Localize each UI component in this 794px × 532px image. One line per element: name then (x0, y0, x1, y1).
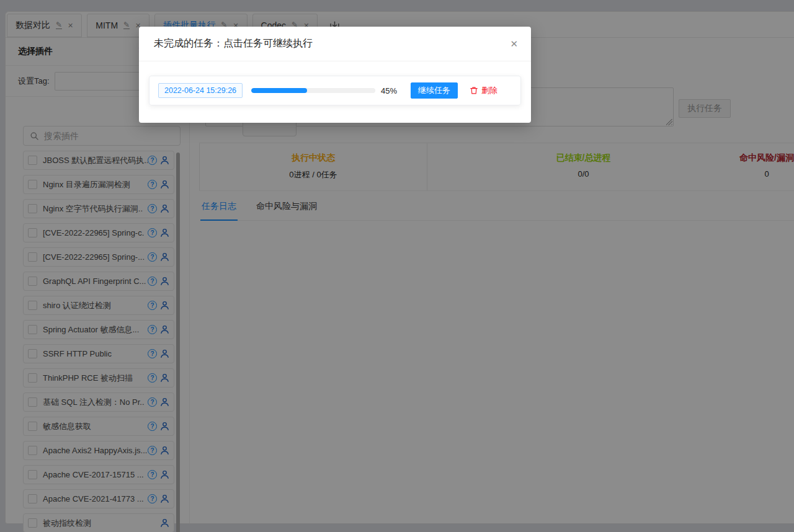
task-progress-bar (251, 88, 375, 93)
modal-close-icon[interactable]: ✕ (510, 39, 518, 48)
unfinished-task-row[interactable]: 2022-06-24 15:29:26 45% 继续任务 删除 (149, 76, 521, 105)
modal-body: 2022-06-24 15:29:26 45% 继续任务 删除 (139, 61, 531, 123)
modal-header: 未完成的任务：点击任务可继续执行 ✕ (139, 27, 531, 61)
task-progress-label: 45% (381, 86, 402, 95)
delete-task-button[interactable]: 删除 (470, 85, 497, 96)
page: { "glyphs": { "edit": "✎", "close": "✕",… (0, 0, 794, 532)
delete-task-label: 删除 (481, 85, 497, 96)
task-timestamp-tag[interactable]: 2022-06-24 15:29:26 (158, 83, 243, 98)
unfinished-task-modal: 未完成的任务：点击任务可继续执行 ✕ 2022-06-24 15:29:26 4… (139, 27, 531, 123)
continue-task-button[interactable]: 继续任务 (411, 82, 458, 99)
trash-icon (470, 86, 478, 95)
task-progress-fill (251, 88, 307, 93)
modal-title: 未完成的任务：点击任务可继续执行 (154, 37, 313, 50)
